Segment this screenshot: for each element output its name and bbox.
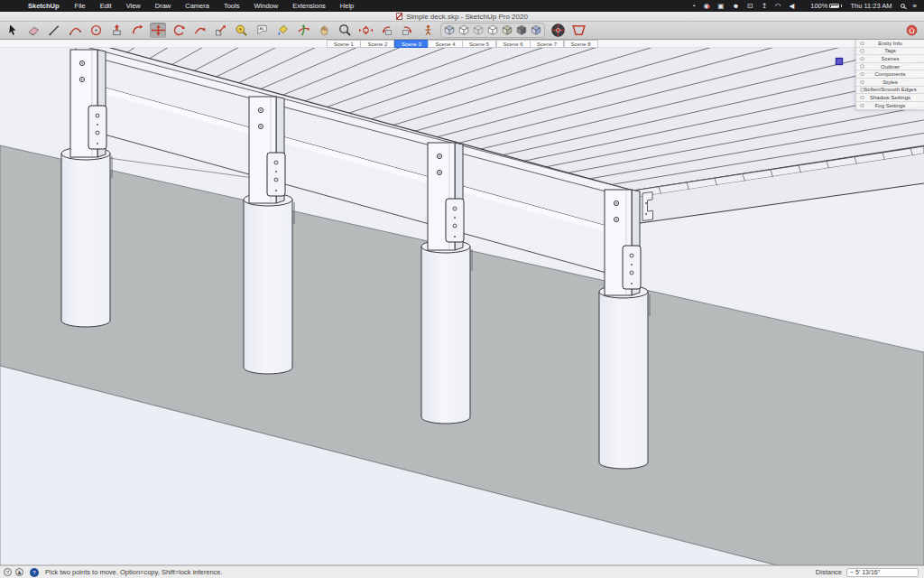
display-mirroring-icon[interactable]: ⊡ (747, 2, 753, 10)
finder-icon[interactable]: ☻ (732, 2, 739, 10)
tray-disclosure-icon[interactable] (860, 64, 864, 69)
tray-disclosure-icon[interactable] (860, 42, 864, 46)
menu-draw[interactable]: Draw (148, 2, 179, 10)
volume-icon[interactable]: ◀ (790, 2, 795, 10)
scene-tab-1[interactable]: Scene 1 (327, 40, 361, 48)
model-viewport[interactable]: Scene 1Scene 2Scene 3Scene 4Scene 5Scene… (0, 40, 924, 565)
tray-item-outliner[interactable]: Outliner (856, 63, 924, 71)
help-icon[interactable]: ? (4, 568, 12, 576)
tray-disclosure-icon[interactable] (860, 80, 864, 85)
scene-tab-6[interactable]: Scene 6 (496, 40, 531, 48)
clock-icon[interactable]: ◔ (691, 2, 696, 10)
title-bar: Simple deck.skp - SketchUp Pro 2020 (0, 12, 924, 22)
tool-style-monochrome[interactable] (530, 23, 542, 37)
tray-item-scenes[interactable]: Scenes (856, 55, 924, 63)
tray-item-tags[interactable]: Tags (856, 48, 924, 56)
model-post-connector-plate[interactable] (446, 199, 464, 242)
tool-style-wireframe[interactable] (472, 23, 485, 37)
tool-look-around[interactable] (550, 23, 566, 38)
tool-walk-through[interactable] (420, 23, 436, 38)
wifi-icon[interactable]: ◠ (775, 2, 781, 10)
model-post-4[interactable] (605, 190, 641, 295)
tray-item-fog-settings[interactable]: Fog Settings (856, 102, 924, 110)
tool-scale[interactable] (212, 23, 228, 38)
tool-tape-measure[interactable] (233, 23, 249, 38)
tool-style-xray[interactable] (443, 23, 456, 37)
spotlight-icon[interactable] (901, 4, 905, 8)
model-canvas[interactable] (0, 48, 924, 565)
user-icon[interactable]: ♟ (15, 568, 23, 576)
tool-rotate[interactable] (171, 23, 187, 38)
tool-follow-me[interactable] (129, 23, 145, 38)
tray-item-styles[interactable]: Styles (856, 79, 924, 87)
model-post-connector-plate[interactable] (88, 106, 106, 149)
tool-perspective[interactable] (570, 23, 587, 38)
tray-disclosure-icon[interactable] (860, 49, 864, 53)
menu-window[interactable]: Window (246, 2, 285, 10)
tray-item-shadow-settings[interactable]: Shadow Settings (856, 94, 924, 102)
menubar-clock[interactable]: Thu 11:23 AM (850, 0, 892, 12)
tool-push-pull[interactable] (108, 23, 125, 38)
tool-previous-view[interactable] (378, 23, 394, 38)
tray-item-entity-info[interactable]: Entity Info (856, 40, 924, 48)
battery-indicator[interactable]: 100% (810, 0, 842, 12)
selection-handle[interactable] (836, 59, 843, 65)
tray-disclosure-icon[interactable] (860, 72, 864, 77)
model-pier-4[interactable] (599, 285, 650, 469)
menu-view[interactable]: View (119, 2, 148, 10)
tool-zoom-extents[interactable] (357, 23, 374, 38)
model-scene[interactable] (0, 48, 924, 565)
tool-zoom[interactable] (337, 23, 353, 38)
menu-edit[interactable]: Edit (93, 2, 119, 10)
scene-tab-2[interactable]: Scene 2 (360, 40, 394, 48)
input-switch-icon[interactable]: ↥ (762, 2, 767, 10)
scene-tab-7[interactable]: Scene 7 (530, 40, 564, 48)
scene-tab-3[interactable]: Scene 3 (394, 40, 429, 48)
tray-disclosure-icon[interactable] (860, 96, 864, 100)
tool-line[interactable] (46, 23, 62, 38)
model-pier-1[interactable] (61, 147, 112, 327)
menu-app[interactable]: SketchUp (20, 2, 68, 10)
tray-disclosure-icon[interactable] (860, 104, 864, 108)
tool-paint-bucket[interactable] (274, 23, 291, 38)
tool-text[interactable]: A1 (254, 23, 270, 38)
tray-item-soften-smooth-edges[interactable]: Soften/Smooth Edges (856, 87, 924, 95)
model-pier-3[interactable] (421, 240, 472, 424)
tool-style-back-edges[interactable] (457, 23, 470, 37)
tool-orbit[interactable] (295, 23, 311, 38)
tool-style-shaded[interactable] (501, 23, 513, 37)
menu-camera[interactable]: Camera (178, 2, 217, 10)
scene-tab-8[interactable]: Scene 8 (564, 40, 598, 48)
parallels-icon[interactable]: ▣ (717, 2, 724, 10)
tool-move[interactable] (150, 23, 166, 38)
model-post-connector-plate[interactable] (623, 246, 641, 289)
tool-warehouse[interactable] (903, 23, 919, 38)
menu-file[interactable]: File (68, 2, 93, 10)
menu-tools[interactable]: Tools (217, 2, 247, 10)
model-post-1[interactable] (70, 50, 106, 157)
geolocation-icon[interactable]: ? (30, 568, 39, 577)
model-post-connector-plate[interactable] (267, 153, 285, 196)
model-pier-2[interactable] (244, 193, 294, 374)
tool-arc[interactable] (67, 23, 83, 38)
tool-flip[interactable] (191, 23, 208, 38)
tool-style-textured[interactable] (515, 23, 528, 37)
tool-pan[interactable] (316, 23, 332, 38)
tool-circle[interactable] (88, 23, 104, 38)
tray-disclosure-icon[interactable] (860, 57, 864, 61)
tray-item-components[interactable]: Components (856, 70, 924, 79)
scene-tab-5[interactable]: Scene 5 (462, 40, 496, 48)
tool-style-hidden-line[interactable] (486, 23, 499, 37)
sync-icon[interactable]: ◉ (704, 2, 710, 10)
model-post-2[interactable] (249, 97, 285, 203)
model-post-3[interactable] (428, 143, 464, 250)
tray-disclosure-icon[interactable] (860, 88, 864, 92)
tool-select[interactable] (5, 23, 21, 38)
tool-eraser[interactable] (25, 23, 42, 38)
measurement-input[interactable] (846, 568, 919, 577)
menu-help[interactable]: Help (333, 2, 361, 10)
control-center-icon[interactable]: ≡ (913, 0, 917, 12)
tool-next-view[interactable] (399, 23, 415, 38)
menu-extensions[interactable]: Extensions (285, 2, 333, 10)
scene-tab-4[interactable]: Scene 4 (428, 40, 462, 48)
